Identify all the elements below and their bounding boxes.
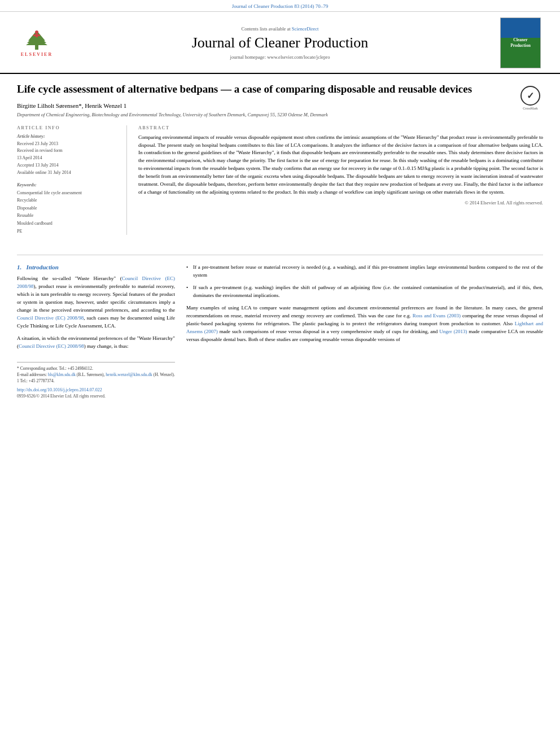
journal-homepage: journal homepage: www.elsevier.com/locat…: [68, 54, 492, 60]
section-divider: [17, 255, 543, 255]
abstract-col: ABSTRACT Comparing environmental impacts…: [138, 125, 543, 235]
available-date: Available online 31 July 2014: [17, 169, 118, 177]
article-content: Life cycle assessment of alternative bed…: [0, 74, 560, 246]
svg-point-4: [35, 30, 38, 34]
crossmark-circle: ✓: [520, 86, 540, 106]
title-row: Life cycle assessment of alternative bed…: [17, 82, 543, 97]
footnote-star: * Corresponding author. Tel.: +45 249841…: [17, 365, 175, 372]
intro-para2: A situation, in which the environmental …: [17, 335, 175, 351]
svg-rect-0: [35, 45, 38, 50]
journal-citation: Journal of Cleaner Production 83 (2014) …: [232, 3, 328, 9]
article-history-label: Article history:: [17, 134, 118, 139]
article-info-abstract: ARTICLE INFO Article history: Received 2…: [17, 125, 543, 235]
introduction-section: 1. Introduction Following the so-called …: [0, 264, 560, 410]
ross-evans-link[interactable]: Ross and Evans (2003): [413, 313, 461, 318]
keyword-1: Consequential life cycle assessment: [17, 189, 118, 197]
directive-link-1[interactable]: Council Directive (EC) 2008/98: [17, 276, 175, 289]
doi-line: http://dx.doi.org/10.1016/j.jclepro.2014…: [17, 387, 175, 392]
journal-title-area: Contents lists available at ScienceDirec…: [62, 26, 498, 59]
crossmark-label: CrossMark: [523, 107, 538, 110]
keyword-2: Recyclable: [17, 196, 118, 204]
keyword-4: Reusable: [17, 212, 118, 220]
directive-link-3[interactable]: Council Directive (EC) 2008/98: [19, 343, 84, 349]
bullet-item-2: If such a pre-treatment (e.g. washing) i…: [186, 284, 543, 300]
svg-rect-7: [38, 34, 40, 36]
article-title: Life cycle assessment of alternative bed…: [17, 82, 543, 97]
directive-link-2[interactable]: Council Directive (EC) 2008/98: [17, 315, 84, 321]
lighthart-link[interactable]: Lighthart and Ansems (2007): [186, 321, 543, 334]
bullet-list: If a pre-treatment before reuse or mater…: [186, 264, 543, 300]
authors-line: Birgitte Lilholt Sørensen*, Henrik Wenze…: [17, 102, 543, 109]
unger-link[interactable]: Unger (2013): [439, 329, 467, 334]
copyright-line: © 2014 Elsevier Ltd. All rights reserved…: [138, 200, 543, 206]
email-link-2[interactable]: henrik.wenzel@klm.sdu.dk: [106, 372, 152, 377]
abstract-heading: ABSTRACT: [138, 125, 543, 130]
cleaner-production-badge: Cleaner Production: [500, 18, 541, 68]
journal-header: ELSEVIER Contents lists available at Sci…: [0, 12, 560, 74]
affiliation-line: Department of Chemical Engineering, Biot…: [17, 112, 543, 119]
received-date: Received 23 July 2013: [17, 141, 118, 148]
contents-line: Contents lists available at ScienceDirec…: [68, 26, 492, 32]
crossmark-icon: ✓: [527, 90, 534, 101]
elsevier-logo: ELSEVIER: [14, 28, 59, 59]
keyword-5: Moulded cardboard: [17, 220, 118, 228]
svg-rect-6: [33, 34, 36, 36]
keywords-block: Keywords: Consequential life cycle asses…: [17, 182, 118, 235]
intro-right-col: If a pre-treatment before reuse or mater…: [186, 264, 543, 399]
journal-title: Journal of Cleaner Production: [68, 34, 492, 51]
badge-label: Cleaner Production: [508, 35, 533, 51]
article-info-col: ARTICLE INFO Article history: Received 2…: [17, 125, 127, 235]
badge-area: Cleaner Production: [498, 18, 543, 68]
keyword-6: PE: [17, 228, 118, 235]
received-revised-date: Received in revised form 13 April 2014: [17, 147, 118, 162]
intro-para3: Many examples of using LCA to compare wa…: [186, 304, 543, 344]
elsevier-label: ELSEVIER: [21, 52, 53, 57]
article-history-block: Article history: Received 23 July 2013 R…: [17, 134, 118, 177]
journal-top-bar: Journal of Cleaner Production 83 (2014) …: [0, 0, 560, 12]
issn-line: 0959-6526/© 2014 Elsevier Ltd. All right…: [17, 394, 175, 399]
email-link-1[interactable]: bls@klm.sdu.dk: [48, 372, 76, 377]
footnote-area: * Corresponding author. Tel.: +45 249841…: [17, 362, 175, 399]
page: Journal of Cleaner Production 83 (2014) …: [0, 0, 560, 747]
elsevier-logo-area: ELSEVIER: [11, 28, 62, 59]
elsevier-tree-icon: [23, 29, 51, 51]
crossmark-badge: ✓ CrossMark: [518, 85, 543, 111]
bullet-item-1: If a pre-treatment before reuse or mater…: [186, 264, 543, 279]
footnote-1: 1 Tel.: +45 27787374.: [17, 378, 175, 384]
abstract-text: Comparing environmental impacts of reusa…: [138, 134, 543, 197]
keyword-3: Disposable: [17, 204, 118, 212]
doi-link[interactable]: http://dx.doi.org/10.1016/j.jclepro.2014…: [17, 387, 102, 392]
footnote-email: E-mail addresses: bls@klm.sdu.dk (B.L. S…: [17, 372, 175, 378]
intro-para1: Following the so-called "Waste Hierarchy…: [17, 275, 175, 330]
article-info-heading: ARTICLE INFO: [17, 125, 118, 130]
intro-left-col: 1. Introduction Following the so-called …: [17, 264, 175, 399]
svg-rect-5: [36, 34, 38, 37]
sciencedirect-link[interactable]: ScienceDirect: [292, 26, 319, 32]
intro-title: 1. Introduction: [17, 264, 175, 270]
accepted-date: Accepted 13 July 2014: [17, 162, 118, 169]
keywords-label: Keywords:: [17, 182, 118, 187]
